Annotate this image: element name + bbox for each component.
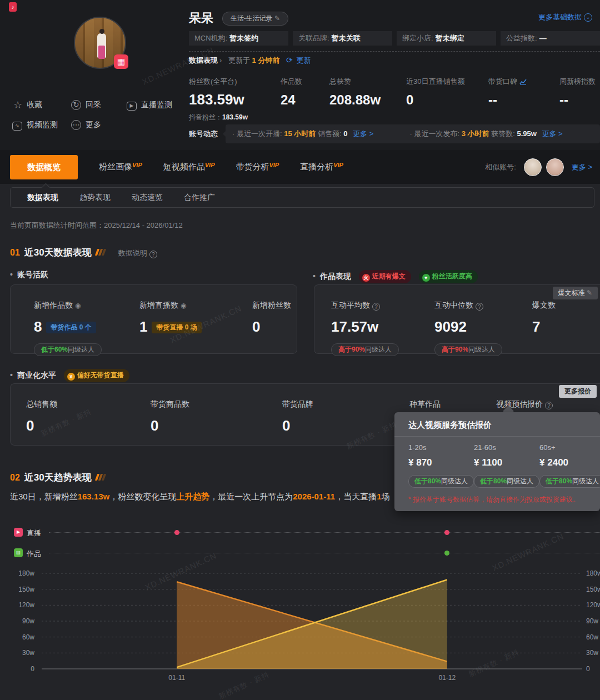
peer-compare-pill: 高于90%同级达人 bbox=[331, 343, 399, 356]
event-dot bbox=[174, 530, 179, 535]
tab-live-analysis[interactable]: 直播分析VIP bbox=[300, 162, 343, 172]
metric-video-quote: 视频预估报价? bbox=[496, 399, 553, 409]
price-col-3: 60s+ ¥ 2400 低于80%同级达人 bbox=[539, 443, 600, 488]
dashed-divider bbox=[189, 51, 600, 52]
peer-compare-pill: 低于60%同级达人 bbox=[34, 343, 102, 356]
account-active-label: •账号活跃 bbox=[10, 270, 48, 280]
category-tag-label: 生活-生活记录 bbox=[231, 14, 273, 22]
more-base-data-label[interactable]: 更多基础数据 bbox=[538, 13, 582, 21]
edit-icon: ✎ bbox=[587, 289, 592, 297]
fire-icon: 火 bbox=[362, 274, 370, 282]
more-base-data-link[interactable]: 更多基础数据⌄ bbox=[538, 12, 592, 22]
favorite-button[interactable]: ☆收藏 bbox=[13, 99, 42, 111]
trend-chart-section: ▶ 直播 ▤ 作品 180w180w150w150w120w120w90w90w… bbox=[0, 522, 600, 700]
activity-title: 账号动态 bbox=[189, 129, 218, 139]
metric-commerce-products: 带货商品数 0 bbox=[151, 399, 189, 434]
metric-median-interaction: 互动中位数? 9092 高于90%同级达人 bbox=[434, 301, 502, 356]
subtab-dynamics[interactable]: 动态速览 bbox=[132, 193, 163, 203]
similar-more-link[interactable]: 更多 > bbox=[572, 162, 592, 172]
profile-header: ♪ 更多基础数据⌄ ▦ 呆呆 生活-生活记录 ✎ MCN机构:暂未签约 关联品牌… bbox=[0, 0, 600, 150]
no-commerce-live-badge: ¥偏好无带货直播 bbox=[64, 369, 129, 382]
platform-icon: ♪ bbox=[9, 2, 17, 12]
tab-fans-profile[interactable]: 粉丝画像VIP bbox=[99, 162, 142, 172]
caret-icon: › bbox=[219, 56, 222, 64]
edit-icon[interactable]: ✎ bbox=[274, 14, 280, 22]
similar-accounts: 相似账号: 更多 > bbox=[485, 158, 592, 176]
help-icon[interactable]: ? bbox=[545, 402, 553, 409]
event-dot bbox=[444, 551, 449, 556]
updated-time: 1 分钟前 bbox=[252, 56, 280, 64]
stat-works: 作品数 24 bbox=[281, 77, 329, 122]
svg-text:120w: 120w bbox=[586, 601, 600, 609]
chevron-down-icon[interactable]: ⌄ bbox=[584, 13, 592, 22]
metric-new-lives: 新增直播数◉ 1带货直播 0 场 bbox=[139, 301, 202, 336]
help-icon[interactable]: ? bbox=[149, 251, 157, 258]
svg-text:0: 0 bbox=[31, 665, 34, 673]
peer-compare-pill: 低于80%同级达人 bbox=[474, 475, 539, 488]
recollect-button[interactable]: ↻回采 bbox=[71, 100, 101, 110]
svg-text:90w: 90w bbox=[586, 617, 598, 625]
tab-commerce-analysis[interactable]: 带货分析VIP bbox=[236, 162, 279, 172]
avatar: ▦ bbox=[74, 17, 126, 69]
help-icon[interactable]: ? bbox=[476, 303, 483, 311]
last-live-label: 最近一次开播: bbox=[237, 129, 282, 138]
dotted-line bbox=[49, 553, 600, 553]
account-active-card: 新增作品数◉ 8带货作品 0 个 低于60%同级达人 新增直播数◉ 1带货直播 … bbox=[10, 284, 297, 354]
live-legend-label: 直播 bbox=[27, 528, 41, 538]
metric-avg-interaction: 互动平均数? 17.57w 高于90%同级达人 bbox=[331, 301, 399, 356]
subtab-cooperation[interactable]: 合作推广 bbox=[184, 193, 215, 203]
similar-avatar-1[interactable] bbox=[524, 158, 542, 176]
info-box-shop: 绑定小店:暂未绑定 bbox=[397, 31, 496, 46]
svg-text:01-11: 01-11 bbox=[168, 674, 185, 682]
last-live-time: 15 小时前 bbox=[284, 129, 316, 138]
works-event-row: ▤ 作品 bbox=[0, 545, 600, 561]
eye-icon[interactable]: ◉ bbox=[75, 302, 81, 309]
last-post-label: 最近一次发布: bbox=[414, 129, 459, 138]
stats-row: 粉丝数(全平台) 183.59w 抖音粉丝：183.59w 作品数 24 总获赞… bbox=[189, 77, 600, 122]
trend-line-chart: 180w180w150w150w120w120w90w90w60w60w30w3… bbox=[0, 567, 600, 694]
hot-standard-tag[interactable]: 爆文标准 ✎ bbox=[553, 287, 598, 299]
category-tag[interactable]: 生活-生活记录 ✎ bbox=[222, 12, 288, 26]
subtab-data-performance[interactable]: 数据表现 bbox=[27, 193, 58, 203]
quote-bars-icon bbox=[96, 474, 106, 482]
peer-compare-pill: 低于80%同级达人 bbox=[539, 475, 600, 488]
updated-prefix: 更新于 bbox=[228, 56, 250, 64]
star-icon: ☆ bbox=[13, 99, 22, 111]
video-monitor-button[interactable]: ∿视频监测 bbox=[12, 120, 58, 131]
avatar-person-figure bbox=[97, 33, 106, 58]
refresh-button[interactable]: 更新 bbox=[296, 56, 311, 64]
stat-weekly-index: 周新榜指数 -- bbox=[559, 77, 600, 122]
info-box-charity: 公益指数:— bbox=[501, 31, 600, 46]
more-quotes-tag[interactable]: 更多报价 bbox=[559, 385, 597, 398]
stat-likes: 总获赞 208.88w bbox=[329, 77, 406, 122]
metric-new-works: 新增作品数◉ 8带货作品 0 个 低于60%同级达人 bbox=[34, 301, 102, 356]
tab-data-overview[interactable]: 数据概览 bbox=[10, 155, 78, 179]
eye-icon[interactable]: ◉ bbox=[181, 302, 186, 309]
stat-fans: 粉丝数(全平台) 183.59w 抖音粉丝：183.59w bbox=[189, 77, 281, 122]
live-more-link[interactable]: 更多 > bbox=[353, 129, 373, 138]
post-more-link[interactable]: 更多 > bbox=[542, 129, 562, 138]
metric-commerce-brands: 带货品牌 0 bbox=[282, 399, 313, 434]
tab-short-video[interactable]: 短视频作品VIP bbox=[163, 162, 215, 172]
svg-text:01-12: 01-12 bbox=[438, 674, 456, 682]
stat-commerce-score: 带货口碑 -- bbox=[488, 77, 559, 122]
tooltip-disclaimer: * 报价基于账号数据估算，请勿直接作为投放或投资建议。 bbox=[408, 495, 579, 504]
peer-compare-pill: 低于80%同级达人 bbox=[408, 475, 474, 488]
more-actions-button[interactable]: ⋯更多 bbox=[71, 120, 101, 130]
video-monitor-icon: ∿ bbox=[12, 122, 22, 131]
info-box-mcn: MCN机构:暂未签约 bbox=[189, 31, 288, 46]
qr-code-icon[interactable]: ▦ bbox=[114, 54, 128, 69]
subtab-trend[interactable]: 趋势表现 bbox=[79, 193, 111, 203]
svg-text:30w: 30w bbox=[586, 649, 598, 657]
svg-text:150w: 150w bbox=[18, 586, 34, 593]
info-boxes: MCN机构:暂未签约 关联品牌:暂未关联 绑定小店:暂未绑定 公益指数:— bbox=[189, 31, 600, 46]
refresh-icon[interactable]: ⟳ bbox=[286, 56, 293, 64]
svg-text:150w: 150w bbox=[586, 586, 600, 593]
live-monitor-button[interactable]: ▶直播监测 bbox=[127, 100, 172, 111]
likes-value: 5.95w bbox=[517, 129, 536, 138]
similar-avatar-2[interactable] bbox=[546, 158, 564, 176]
analytics-page: ♪ 更多基础数据⌄ ▦ 呆呆 生活-生活记录 ✎ MCN机构:暂未签约 关联品牌… bbox=[0, 0, 600, 700]
help-icon[interactable]: ? bbox=[372, 303, 380, 311]
data-performance-title: 数据表现 bbox=[189, 56, 218, 64]
live-monitor-icon: ▶ bbox=[127, 102, 137, 111]
